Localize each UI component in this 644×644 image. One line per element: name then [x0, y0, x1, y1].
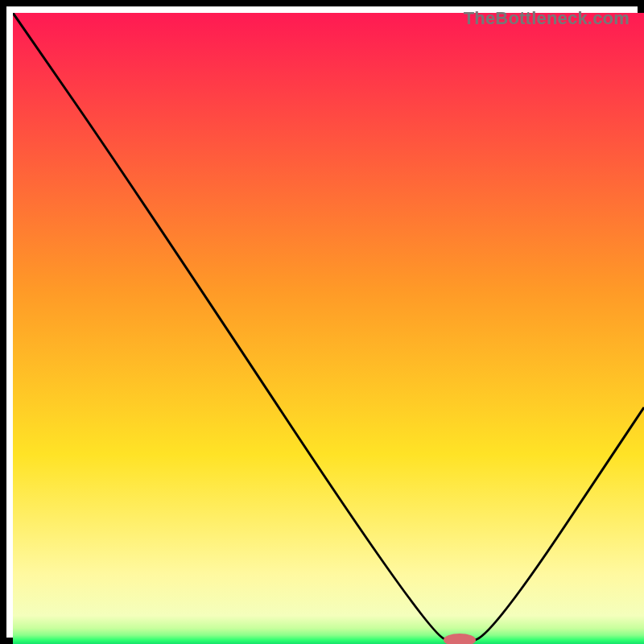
chart-plot	[13, 13, 644, 644]
chart-frame: TheBottleneck.com	[0, 0, 644, 644]
watermark-text: TheBottleneck.com	[464, 8, 630, 29]
